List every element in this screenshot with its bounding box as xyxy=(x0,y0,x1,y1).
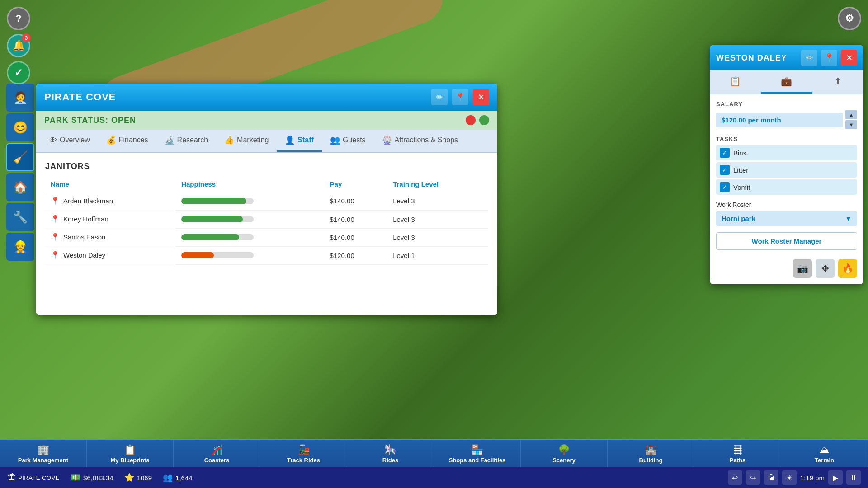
move-icon: ✥ xyxy=(821,263,829,274)
bottom-status-row: 🏝 PIRATE COVE 💵 $6,083.34 ⭐ 1069 👥 1,644… xyxy=(0,467,868,488)
help-button[interactable]: ? xyxy=(7,7,30,30)
staff-pay: $120.00 xyxy=(325,246,388,264)
task-litter: ✓ Litter xyxy=(716,162,857,178)
redo-button[interactable]: ↪ xyxy=(746,470,760,485)
status-dot-green xyxy=(479,115,489,125)
locate-park-button[interactable]: 📍 xyxy=(452,89,468,105)
fire-button[interactable]: 🔥 xyxy=(838,259,857,278)
weston-edit-button[interactable]: ✏ xyxy=(801,50,817,66)
litter-label: Litter xyxy=(733,166,748,174)
work-roster-dropdown[interactable]: Horni park ▼ xyxy=(716,211,857,226)
staff-happiness xyxy=(176,246,324,264)
settings-button[interactable]: ⚙ xyxy=(838,7,861,30)
work-roster-manager-button[interactable]: Work Roster Manager xyxy=(716,232,857,250)
tab-research[interactable]: 🔬 Research xyxy=(156,130,216,152)
bottom-tab-coasters[interactable]: 🎢 Coasters xyxy=(174,440,260,467)
staff-pay: $140.00 xyxy=(325,210,388,228)
bottom-tab-shops[interactable]: 🏪 Shops and Facilities xyxy=(434,440,521,467)
bottom-tab-scenery[interactable]: 🌳 Scenery xyxy=(521,440,608,467)
bins-checkbox[interactable]: ✓ xyxy=(720,148,730,158)
bottom-tab-paths[interactable]: 🛤 Paths xyxy=(694,440,781,467)
top-left-controls: ? 🔔 3 ✓ xyxy=(7,7,30,84)
litter-checkbox[interactable]: ✓ xyxy=(720,165,730,175)
edit-park-name-button[interactable]: ✏ xyxy=(431,89,448,105)
vomit-checkbox[interactable]: ✓ xyxy=(720,182,730,192)
staff-training: Level 3 xyxy=(387,210,488,228)
staff-add-icon: 🧑‍💼 xyxy=(13,91,28,105)
play-button[interactable]: ▶ xyxy=(828,470,843,485)
weston-tab-tasks[interactable]: 💼 xyxy=(761,70,812,94)
bottom-tab-building[interactable]: 🏰 Building xyxy=(608,440,694,467)
col-happiness: Happiness xyxy=(176,177,324,192)
tasks-button[interactable]: ✓ xyxy=(7,61,30,84)
sidebar-building-btn[interactable]: 🏠 xyxy=(6,173,34,201)
salary-increase-btn[interactable]: ▲ xyxy=(845,110,857,119)
location-pin-icon[interactable]: 📍 xyxy=(51,233,60,241)
status-dot-red xyxy=(466,115,476,125)
emotion-icon: 😊 xyxy=(13,121,28,135)
weston-tab-info[interactable]: 📋 xyxy=(710,70,761,94)
tasks-section: ✓ Bins ✓ Litter ✓ Vomit xyxy=(716,145,857,195)
staff-training: Level 3 xyxy=(387,228,488,246)
weston-title: WESTON DALEY xyxy=(716,53,797,63)
notifications-button[interactable]: 🔔 3 xyxy=(7,34,30,57)
bottom-tabs-row: 🏢 Park Management 📋 My Blueprints 🎢 Coas… xyxy=(0,439,868,467)
weston-locate-button[interactable]: 📍 xyxy=(821,50,837,66)
move-button[interactable]: ✥ xyxy=(816,259,835,278)
guests-status-icon: 👥 xyxy=(163,473,173,483)
sidebar-hire-btn[interactable]: 👷 xyxy=(6,233,34,261)
park-management-icon: 🏢 xyxy=(37,444,49,456)
camera-button[interactable]: 📷 xyxy=(793,259,812,278)
staff-table: Name Happiness Pay Training Level 📍Arden… xyxy=(45,177,488,265)
sidebar-staff-btn[interactable]: 🧑‍💼 xyxy=(6,84,34,112)
tab-attractions[interactable]: 🎡 Attractions & Shops xyxy=(374,130,467,152)
weston-close-button[interactable]: ✕ xyxy=(841,50,857,66)
bottom-tab-track-rides[interactable]: 🚂 Track Rides xyxy=(260,440,347,467)
bottom-bar: 🏢 Park Management 📋 My Blueprints 🎢 Coas… xyxy=(0,439,868,488)
paths-icon: 🛤 xyxy=(733,444,743,456)
sidebar-emotion-btn[interactable]: 😊 xyxy=(6,113,34,141)
salary-arrows: ▲ ▼ xyxy=(845,110,857,129)
bottom-tab-rides[interactable]: 🎠 Rides xyxy=(347,440,434,467)
blueprints-icon: 📋 xyxy=(124,444,136,456)
bell-icon: 🔔 xyxy=(13,40,25,52)
weston-bottom-icons: 📷 ✥ 🔥 xyxy=(716,259,857,278)
staff-name: 📍Weston Daley xyxy=(45,246,176,264)
weather-button[interactable]: ☀ xyxy=(782,470,797,485)
location-pin-icon[interactable]: 📍 xyxy=(51,197,60,205)
staff-training: Level 1 xyxy=(387,246,488,264)
location-pin-icon[interactable]: 📍 xyxy=(51,215,60,223)
bottom-tab-park-management[interactable]: 🏢 Park Management xyxy=(0,440,87,467)
bottom-tab-blueprints[interactable]: 📋 My Blueprints xyxy=(87,440,174,467)
undo-button[interactable]: ↩ xyxy=(728,470,742,485)
tab-guests[interactable]: 👥 Guests xyxy=(322,130,374,152)
table-row[interactable]: 📍Arden Blackman$140.00Level 3 xyxy=(45,192,488,211)
staff-happiness xyxy=(176,192,324,211)
table-row[interactable]: 📍Santos Eason$140.00Level 3 xyxy=(45,228,488,246)
pause-button[interactable]: ⏸ xyxy=(846,470,861,485)
status-dots xyxy=(466,115,489,125)
location-pin-icon[interactable]: 📍 xyxy=(51,251,60,259)
tab-finances-label: Finances xyxy=(119,136,148,144)
table-row[interactable]: 📍Weston Daley$120.00Level 1 xyxy=(45,246,488,264)
sidebar-broom-btn[interactable]: 🧹 xyxy=(6,143,34,171)
terrain-icon: ⛰ xyxy=(820,444,830,456)
weston-tab-arrow[interactable]: ⬆ xyxy=(812,70,863,94)
tab-finances[interactable]: 💰 Finances xyxy=(98,130,156,152)
vomit-label: Vomit xyxy=(733,183,750,191)
park-panel-header: PIRATE COVE ✏ 📍 ✕ xyxy=(36,84,497,111)
close-panel-button[interactable]: ✕ xyxy=(473,89,489,105)
tab-marketing[interactable]: 👍 Marketing xyxy=(216,130,277,152)
attractions-icon: 🎡 xyxy=(382,135,392,145)
salary-decrease-btn[interactable]: ▼ xyxy=(845,120,857,129)
table-row[interactable]: 📍Korey Hoffman$140.00Level 3 xyxy=(45,210,488,228)
track-rides-label: Track Rides xyxy=(287,457,320,464)
building-icon: 🏠 xyxy=(13,180,28,194)
tab-overview[interactable]: 👁 Overview xyxy=(41,130,98,152)
staff-pay: $140.00 xyxy=(325,228,388,246)
bottom-tab-terrain[interactable]: ⛰ Terrain xyxy=(781,440,868,467)
sidebar-wrench-btn[interactable]: 🔧 xyxy=(6,203,34,231)
time-of-day-button[interactable]: 🌤 xyxy=(764,470,778,485)
task-bins: ✓ Bins xyxy=(716,145,857,160)
tab-staff[interactable]: 👤 Staff xyxy=(277,130,322,152)
